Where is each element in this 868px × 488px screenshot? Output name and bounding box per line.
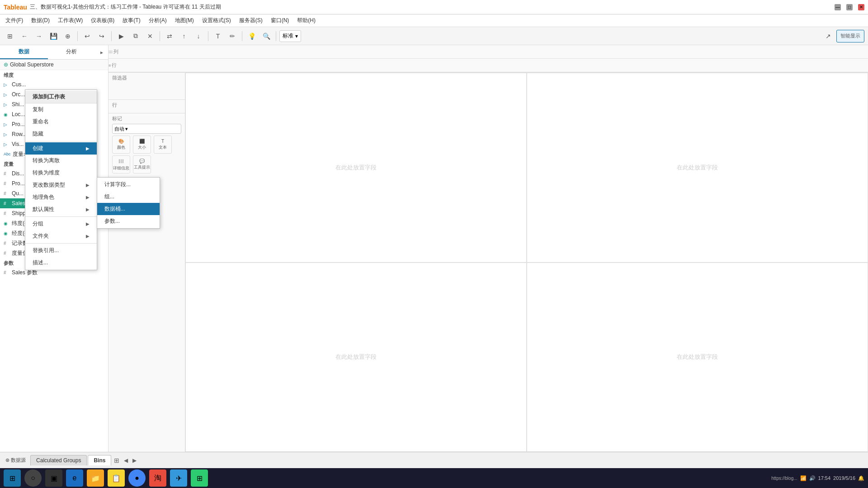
dim-customer[interactable]: ▷ Cus...: [0, 80, 108, 89]
submenu-param[interactable]: 参数...: [97, 215, 160, 227]
ctx-folder[interactable]: 文件夹 ▶: [25, 230, 97, 242]
menu-story[interactable]: 故事(T): [119, 16, 144, 25]
ctx-group[interactable]: 分组 ▶: [25, 218, 97, 230]
marks-tooltip[interactable]: 💬 工具提示: [133, 155, 151, 174]
menu-analysis[interactable]: 分析(A): [145, 16, 170, 25]
menu-format[interactable]: 设置格式(S): [198, 16, 235, 25]
marks-size[interactable]: ⬛ 大小: [133, 136, 151, 154]
ctx-hide[interactable]: 隐藏: [25, 128, 97, 140]
ctx-change-datatype[interactable]: 更改数据类型 ▶: [25, 179, 97, 191]
toolbar-undo[interactable]: ↩: [81, 30, 94, 42]
submenu-bins[interactable]: 数据桶...: [97, 203, 160, 215]
edge-btn[interactable]: e: [66, 469, 83, 487]
ctx-copy[interactable]: 复制: [25, 103, 97, 116]
minimize-button[interactable]: —: [835, 4, 841, 10]
taskbar-notification[interactable]: 🔔: [858, 475, 864, 481]
marks-type-dropdown[interactable]: 自动 ▾: [112, 124, 181, 134]
menu-dashboard[interactable]: 仪表板(B): [87, 16, 118, 25]
datasource-tab[interactable]: ⊛ 数据源: [2, 457, 29, 464]
menu-data[interactable]: 数据(D): [28, 16, 53, 25]
dim-product-icon: ▷: [4, 122, 10, 127]
toolbar-highlight[interactable]: 🔍: [260, 30, 273, 42]
toolbar-back[interactable]: ←: [18, 30, 31, 42]
nav-prev-btn[interactable]: ◀: [122, 457, 130, 464]
toolbar-present[interactable]: ▶: [115, 30, 127, 42]
taobao-btn[interactable]: 淘: [149, 469, 166, 487]
toolbar-sort-desc[interactable]: ↓: [192, 30, 205, 42]
toolbar-home[interactable]: ⊞: [4, 30, 16, 42]
chrome-btn[interactable]: ●: [128, 469, 146, 487]
panel-tabs: 数据 分析 ▸: [0, 45, 108, 60]
submenu-calc-field[interactable]: 计算字段...: [97, 178, 160, 191]
files-btn[interactable]: 📋: [108, 469, 125, 487]
main-body: 数据 分析 ▸ ⊛ Global Superstore 维度 ▷ Cus... …: [0, 45, 868, 452]
nav-next-btn[interactable]: ▶: [131, 457, 138, 464]
window-controls[interactable]: — □ ✕: [835, 4, 864, 10]
toolbar-adddata[interactable]: ⊕: [61, 30, 74, 42]
toolbar-share[interactable]: ↗: [822, 30, 835, 42]
ctx-default-props[interactable]: 默认属性 ▶: [25, 203, 97, 216]
toolbar-swap[interactable]: ⇄: [163, 30, 176, 42]
ctx-rename[interactable]: 重命名: [25, 116, 97, 128]
close-button[interactable]: ✕: [858, 4, 864, 10]
toolbar-format[interactable]: ✏: [226, 30, 239, 42]
menu-help[interactable]: 帮助(H): [293, 16, 319, 25]
rows-icon: ≡: [108, 63, 111, 68]
cortana-btn[interactable]: ○: [24, 469, 42, 487]
tab-analysis[interactable]: 分析: [48, 45, 96, 59]
toolbar-save[interactable]: 💾: [47, 30, 60, 42]
ctx-to-discrete[interactable]: 转换为离散: [25, 155, 97, 167]
maximize-button[interactable]: □: [846, 4, 853, 10]
ctx-create[interactable]: 创建 ▶: [25, 142, 97, 155]
panel-collapse-btn[interactable]: ▸: [95, 45, 108, 59]
menu-file[interactable]: 文件(F): [2, 16, 27, 25]
app-btn-1[interactable]: ✈: [170, 469, 187, 487]
tooltip-icon: 💬: [139, 159, 145, 164]
tab-bins[interactable]: Bins: [88, 455, 111, 465]
ctx-replace-ref[interactable]: 替换引用...: [25, 244, 97, 257]
marks-type-label: 自动: [114, 126, 124, 132]
toolbar-duplicate[interactable]: ⧉: [129, 30, 142, 42]
ctx-geo-role[interactable]: 地理角色 ▶: [25, 191, 97, 203]
ctx-to-dimension[interactable]: 转换为维度: [25, 167, 97, 179]
taskview-btn[interactable]: ▣: [45, 469, 62, 487]
toolbar-labels[interactable]: T: [212, 30, 224, 42]
text-icon: T: [161, 139, 164, 144]
dim-location-label: Loc...: [12, 111, 25, 117]
menu-server[interactable]: 服务器(S): [236, 16, 266, 25]
smart-display-button[interactable]: 智能显示: [836, 30, 864, 42]
toolbar-tooltip[interactable]: 💡: [245, 30, 258, 42]
start-button[interactable]: ⊞: [4, 469, 21, 487]
measure-profit-label: Pro...: [12, 180, 25, 187]
toolbar-sort-asc[interactable]: ↑: [178, 30, 190, 42]
add-sheet-btn[interactable]: ⊞: [112, 457, 121, 464]
rows-drop-zone[interactable]: [127, 59, 868, 72]
toolbar-redo[interactable]: ↪: [95, 30, 108, 42]
app-btn-2[interactable]: ⊞: [191, 469, 208, 487]
tab-calculated-groups[interactable]: Calculated Groups: [30, 455, 87, 465]
ctx-add-to-worksheet[interactable]: 添加到工作表: [25, 91, 97, 103]
cols-drop-zone[interactable]: [127, 45, 868, 58]
explorer-btn[interactable]: 📁: [87, 469, 104, 487]
menu-map[interactable]: 地图(M): [171, 16, 198, 25]
canvas-grid: 在此处放置字段 在此处放置字段 在此处放置字段 在此处放置字段: [185, 73, 868, 452]
ctx-describe[interactable]: 描述...: [25, 257, 97, 269]
view-dropdown[interactable]: 标准 ▾: [279, 30, 301, 42]
rows-shelf: ≡ 行: [108, 59, 868, 72]
marks-detail[interactable]: ⁞⁞⁞ 详细信息: [112, 155, 130, 174]
tab-data[interactable]: 数据: [0, 45, 48, 59]
hash-icon-8: #: [4, 270, 10, 275]
size-icon: ⬛: [139, 139, 145, 144]
marks-color[interactable]: 🎨 颜色: [112, 136, 130, 154]
toolbar-clear[interactable]: ✕: [144, 30, 156, 42]
hash-icon-2: #: [4, 181, 10, 186]
ctx-copy-label: 复制: [33, 106, 43, 113]
ctx-change-datatype-label: 更改数据类型: [33, 181, 65, 189]
dimensions-label: 维度: [0, 70, 108, 80]
marks-text[interactable]: T 文本: [154, 136, 172, 154]
submenu-group[interactable]: 组...: [97, 191, 160, 203]
menu-window[interactable]: 窗口(N): [267, 16, 293, 25]
menu-worksheet[interactable]: 工作表(W): [54, 16, 86, 25]
toolbar-forward[interactable]: →: [33, 30, 45, 42]
dim-order-icon: ▷: [4, 92, 10, 97]
